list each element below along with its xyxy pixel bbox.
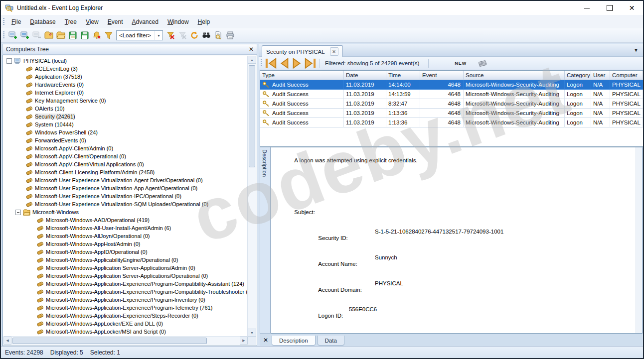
load-filter-combo[interactable]: <Load filter> ▼: [116, 30, 163, 40]
tree-item[interactable]: Microsoft-Windows-AAD/Operational (419): [3, 216, 248, 224]
menu-item[interactable]: Tree: [60, 16, 81, 27]
event-row[interactable]: Audit Success 11.03.2019 1:13:36 4648 Mi…: [260, 109, 643, 118]
tree-item[interactable]: Windows PowerShell (24): [3, 128, 248, 136]
maximize-button[interactable]: [598, 1, 621, 15]
tree-item[interactable]: Microsoft-Windows-Application-Experience…: [3, 304, 248, 312]
first-event-button[interactable]: [265, 58, 278, 69]
next-event-button[interactable]: [291, 58, 304, 69]
open-folder-button[interactable]: [55, 29, 67, 41]
tab-security-on-physical[interactable]: Security on PHYSICAL ✕: [262, 45, 343, 57]
tree-vertical-scrollbar[interactable]: ▲ ▼: [247, 56, 256, 337]
save-log-button[interactable]: [79, 29, 91, 41]
tree-item[interactable]: Microsoft-AppV-Client/Operational (0): [3, 152, 248, 160]
tree-item[interactable]: Microsoft-Windows-Application Server-App…: [3, 264, 248, 272]
disable-alerts-button[interactable]: [91, 29, 103, 41]
scroll-right-icon[interactable]: ▶: [240, 337, 248, 345]
minimize-button[interactable]: [576, 1, 598, 15]
close-panel-icon[interactable]: ✕: [249, 46, 254, 53]
tree-item[interactable]: Key Management Service (0): [3, 97, 248, 105]
tree-item[interactable]: Microsoft-User Experience Virtualization…: [3, 200, 248, 208]
tree-item[interactable]: System (10444): [3, 120, 248, 128]
tree-item[interactable]: Microsoft-Windows-Application-Experience…: [3, 296, 248, 304]
tree-item[interactable]: Microsoft-Windows-AppLocker/EXE and DLL …: [3, 320, 248, 328]
description-scrollbar[interactable]: [636, 147, 642, 333]
toolbar-grip[interactable]: [3, 31, 4, 39]
add-computer-wizard-button[interactable]: [19, 29, 31, 41]
find-button[interactable]: [200, 29, 212, 41]
add-computer-button[interactable]: [7, 29, 19, 41]
tree-item[interactable]: Microsoft-Windows: [3, 208, 248, 216]
tree-item[interactable]: Microsoft-User Experience Virtualization…: [3, 184, 248, 192]
tree-item[interactable]: Microsoft-AppV-Client/Admin (0): [3, 144, 248, 152]
menu-item[interactable]: Window: [163, 16, 193, 27]
refresh-button[interactable]: [188, 29, 200, 41]
tree-item[interactable]: Internet Explorer (0): [3, 89, 248, 97]
tree-item[interactable]: Application (37518): [3, 73, 248, 81]
last-event-button[interactable]: [304, 58, 317, 69]
scroll-down-icon[interactable]: ▼: [248, 329, 256, 337]
menu-item[interactable]: Event: [103, 16, 128, 27]
tree-item[interactable]: Microsoft-User Experience Virtualization…: [3, 192, 248, 200]
column-header[interactable]: Computer: [610, 71, 643, 80]
scroll-left-icon[interactable]: ◀: [3, 337, 11, 345]
collapse-icon[interactable]: [6, 58, 12, 64]
menu-item[interactable]: Database: [25, 16, 60, 27]
tree-item[interactable]: Microsoft-Windows-AppLocker/MSI and Scri…: [3, 328, 248, 336]
toolbar-grip[interactable]: [261, 59, 262, 67]
previous-event-button[interactable]: [278, 58, 291, 69]
tree-item[interactable]: HardwareEvents (0): [3, 81, 248, 89]
scroll-up-icon[interactable]: ▲: [248, 56, 256, 64]
tree-item[interactable]: Microsoft-Windows-Application Server-App…: [3, 272, 248, 280]
column-header[interactable]: Type: [260, 71, 344, 80]
tree-item[interactable]: Microsoft-Windows-AppID/Operational (0): [3, 248, 248, 256]
tree-horizontal-scrollbar[interactable]: ◀ ▶: [3, 336, 248, 345]
column-header[interactable]: Source: [464, 71, 565, 80]
column-header[interactable]: Date: [344, 71, 386, 80]
event-row[interactable]: Audit Success 11.03.2019 14:14:00 4648 M…: [260, 80, 643, 90]
preview-button[interactable]: [212, 29, 224, 41]
menu-item[interactable]: Advanced: [127, 16, 162, 27]
toolbar-grip[interactable]: [3, 18, 4, 26]
column-header[interactable]: Category: [565, 71, 591, 80]
event-row[interactable]: Audit Success 11.03.2019 14:13:59 4648 M…: [260, 90, 643, 99]
save-workspace-button[interactable]: [67, 29, 79, 41]
tree-item[interactable]: ForwardedEvents (0): [3, 136, 248, 144]
close-description-icon[interactable]: ✕: [260, 337, 272, 344]
tree-item[interactable]: OAlerts (10): [3, 105, 248, 113]
tree-item[interactable]: Microsoft-Windows-All-User-Install-Agent…: [3, 224, 248, 232]
collapse-icon[interactable]: [15, 210, 21, 215]
bottom-tab[interactable]: Data: [318, 336, 344, 346]
event-row[interactable]: Audit Success 11.03.2019 8:32:47 4648 Mi…: [260, 99, 643, 109]
menu-item[interactable]: Help: [193, 16, 215, 27]
description-side-tab[interactable]: Description: [260, 147, 271, 334]
print-button[interactable]: [224, 29, 236, 41]
column-header[interactable]: Event: [420, 71, 464, 80]
menu-item[interactable]: View: [81, 16, 103, 27]
event-row[interactable]: Audit Success 11.03.2019 1:13:36 4648 Mi…: [260, 118, 643, 127]
tab-close-icon[interactable]: ✕: [330, 47, 338, 56]
tree-item[interactable]: Microsoft-Client-Licensing-Platform/Admi…: [3, 168, 248, 176]
tree-item[interactable]: Microsoft-Windows-AppHost/Admin (0): [3, 240, 248, 248]
bottom-tab[interactable]: Description: [272, 336, 316, 346]
tree-item[interactable]: Microsoft-Windows-Application-Experience…: [3, 288, 248, 296]
column-header[interactable]: Time: [386, 71, 420, 80]
tree-item[interactable]: ACEEventLog (3): [3, 65, 248, 73]
tree-item[interactable]: Microsoft-Windows-ApplicabilityEngine/Op…: [3, 256, 248, 264]
tree-item[interactable]: Microsoft-Windows-Application-Experience…: [3, 280, 248, 288]
column-header[interactable]: User: [591, 71, 610, 80]
close-button[interactable]: ✕: [621, 1, 643, 15]
tree-item[interactable]: Microsoft-User Experience Virtualization…: [3, 176, 248, 184]
scrollbar-thumb[interactable]: [12, 338, 207, 344]
tree-item[interactable]: Microsoft-Windows-AllJoyn/Operational (0…: [3, 232, 248, 240]
remove-computer-button[interactable]: [31, 29, 43, 41]
chevron-down-icon[interactable]: ▼: [155, 31, 162, 40]
tab-list-dropdown-icon[interactable]: ▼: [634, 47, 639, 53]
tree-item[interactable]: Security (24261): [3, 113, 248, 120]
tree-item[interactable]: Microsoft-Windows-Application-Experience…: [3, 312, 248, 320]
filter-button[interactable]: [103, 29, 115, 41]
tree-item[interactable]: Microsoft-AppV-Client/Virtual Applicatio…: [3, 160, 248, 168]
clear-filter-button[interactable]: [164, 29, 176, 41]
tree-item[interactable]: PHYSICAL (local): [3, 57, 248, 65]
scrollbar-thumb[interactable]: [249, 65, 255, 167]
open-log-file-button[interactable]: [43, 29, 55, 41]
